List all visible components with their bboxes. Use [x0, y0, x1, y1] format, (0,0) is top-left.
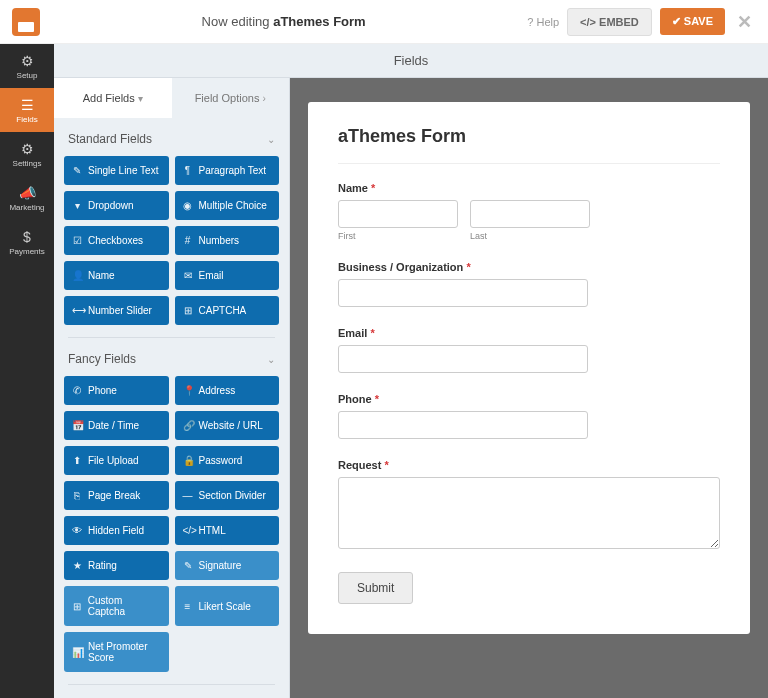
- field-dropdown[interactable]: ▾Dropdown: [64, 191, 169, 220]
- field-icon: 👤: [72, 270, 82, 281]
- field-icon: #: [183, 235, 193, 246]
- sidebar-item-setup[interactable]: ⚙Setup: [0, 44, 54, 88]
- sidebar-item-marketing[interactable]: 📣Marketing: [0, 176, 54, 220]
- field-icon: 📍: [183, 385, 193, 396]
- section-standard-fields[interactable]: Standard Fields⌄: [54, 118, 289, 156]
- chevron-down-icon: ⌄: [267, 134, 275, 145]
- chevron-down-icon: ⌄: [267, 354, 275, 365]
- field-label: Password: [199, 455, 243, 466]
- tab-field-options[interactable]: Field Options ›: [172, 78, 290, 118]
- megaphone-icon: 📣: [19, 185, 36, 201]
- field-number-slider[interactable]: ⟷Number Slider: [64, 296, 169, 325]
- tab-add-fields[interactable]: Add Fields ▾: [54, 78, 172, 118]
- field-label: Address: [199, 385, 236, 396]
- form-title: aThemes Form: [338, 126, 720, 164]
- field-single-line-text[interactable]: ✎Single Line Text: [64, 156, 169, 185]
- field-icon: ☑: [72, 235, 82, 246]
- field-email[interactable]: ✉Email: [175, 261, 280, 290]
- field-password[interactable]: 🔒Password: [175, 446, 280, 475]
- field-multiple-choice[interactable]: ◉Multiple Choice: [175, 191, 280, 220]
- dollar-icon: $: [23, 229, 31, 245]
- chevron-down-icon: ▾: [138, 93, 143, 104]
- field-website-url[interactable]: 🔗Website / URL: [175, 411, 280, 440]
- field-rating[interactable]: ★Rating: [64, 551, 169, 580]
- form-canvas: aThemes Form Name * First Last Business …: [290, 78, 768, 698]
- field-icon: ✉: [183, 270, 193, 281]
- field-icon: ◉: [183, 200, 193, 211]
- field-page-break[interactable]: ⎘Page Break: [64, 481, 169, 510]
- field-net-promoter-score[interactable]: 📊Net Promoter Score: [64, 632, 169, 672]
- field-icon: ⊞: [72, 601, 82, 612]
- field-icon: ¶: [183, 165, 193, 176]
- field-file-upload[interactable]: ⬆File Upload: [64, 446, 169, 475]
- field-label: Date / Time: [88, 420, 139, 431]
- name-label: Name *: [338, 182, 720, 194]
- field-label: Phone: [88, 385, 117, 396]
- first-name-input[interactable]: [338, 200, 458, 228]
- business-input[interactable]: [338, 279, 588, 307]
- submit-button[interactable]: Submit: [338, 572, 413, 604]
- field-icon: ≡: [183, 601, 193, 612]
- field-date-time[interactable]: 📅Date / Time: [64, 411, 169, 440]
- field-label: Rating: [88, 560, 117, 571]
- section-payment-fields[interactable]: Payment Fields⌄: [54, 685, 289, 698]
- field-label: Number Slider: [88, 305, 152, 316]
- field-label: Section Divider: [199, 490, 266, 501]
- last-name-input[interactable]: [470, 200, 590, 228]
- field-signature[interactable]: ✎Signature: [175, 551, 280, 580]
- field-label: Name: [88, 270, 115, 281]
- help-link[interactable]: ? Help: [527, 16, 559, 28]
- field-label: HTML: [199, 525, 226, 536]
- sidebar-item-settings[interactable]: ⚙Settings: [0, 132, 54, 176]
- field-label: Checkboxes: [88, 235, 143, 246]
- field-phone[interactable]: ✆Phone: [64, 376, 169, 405]
- field-icon: ⟷: [72, 305, 82, 316]
- sidebar-item-payments[interactable]: $Payments: [0, 220, 54, 264]
- field-checkboxes[interactable]: ☑Checkboxes: [64, 226, 169, 255]
- field-icon: ⊞: [183, 305, 193, 316]
- wpforms-logo: [12, 8, 40, 36]
- close-icon[interactable]: ✕: [733, 11, 756, 33]
- business-label: Business / Organization *: [338, 261, 720, 273]
- field-label: Paragraph Text: [199, 165, 267, 176]
- field-icon: ★: [72, 560, 82, 571]
- field-captcha[interactable]: ⊞CAPTCHA: [175, 296, 280, 325]
- field-custom-captcha[interactable]: ⊞Custom Captcha: [64, 586, 169, 626]
- field-icon: ⬆: [72, 455, 82, 466]
- section-fancy-fields[interactable]: Fancy Fields⌄: [54, 338, 289, 376]
- field-name[interactable]: 👤Name: [64, 261, 169, 290]
- embed-button[interactable]: </> EMBED: [567, 8, 652, 36]
- field-icon: ―: [183, 490, 193, 501]
- main-sidebar: ⚙Setup ☰Fields ⚙Settings 📣Marketing $Pay…: [0, 44, 54, 698]
- phone-input[interactable]: [338, 411, 588, 439]
- field-hidden-field[interactable]: 👁Hidden Field: [64, 516, 169, 545]
- field-icon: 🔒: [183, 455, 193, 466]
- email-input[interactable]: [338, 345, 588, 373]
- field-icon: 🔗: [183, 420, 193, 431]
- request-textarea[interactable]: [338, 477, 720, 549]
- first-sublabel: First: [338, 231, 458, 241]
- field-icon: ✎: [183, 560, 193, 571]
- field-icon: 📊: [72, 647, 82, 658]
- field-icon: ✆: [72, 385, 82, 396]
- editor-title: Now editing aThemes Form: [40, 14, 527, 29]
- phone-label: Phone *: [338, 393, 720, 405]
- field-label: Page Break: [88, 490, 140, 501]
- field-label: Signature: [199, 560, 242, 571]
- field-numbers[interactable]: #Numbers: [175, 226, 280, 255]
- field-label: Multiple Choice: [199, 200, 267, 211]
- field-icon: 📅: [72, 420, 82, 431]
- field-label: CAPTCHA: [199, 305, 247, 316]
- last-sublabel: Last: [470, 231, 590, 241]
- field-label: Email: [199, 270, 224, 281]
- sidebar-item-fields[interactable]: ☰Fields: [0, 88, 54, 132]
- field-html[interactable]: </>HTML: [175, 516, 280, 545]
- field-address[interactable]: 📍Address: [175, 376, 280, 405]
- chevron-right-icon: ›: [263, 93, 266, 104]
- field-paragraph-text[interactable]: ¶Paragraph Text: [175, 156, 280, 185]
- field-section-divider[interactable]: ―Section Divider: [175, 481, 280, 510]
- field-icon: ⎘: [72, 490, 82, 501]
- field-likert-scale[interactable]: ≡Likert Scale: [175, 586, 280, 626]
- save-button[interactable]: ✔ SAVE: [660, 8, 725, 35]
- field-label: Net Promoter Score: [88, 641, 161, 663]
